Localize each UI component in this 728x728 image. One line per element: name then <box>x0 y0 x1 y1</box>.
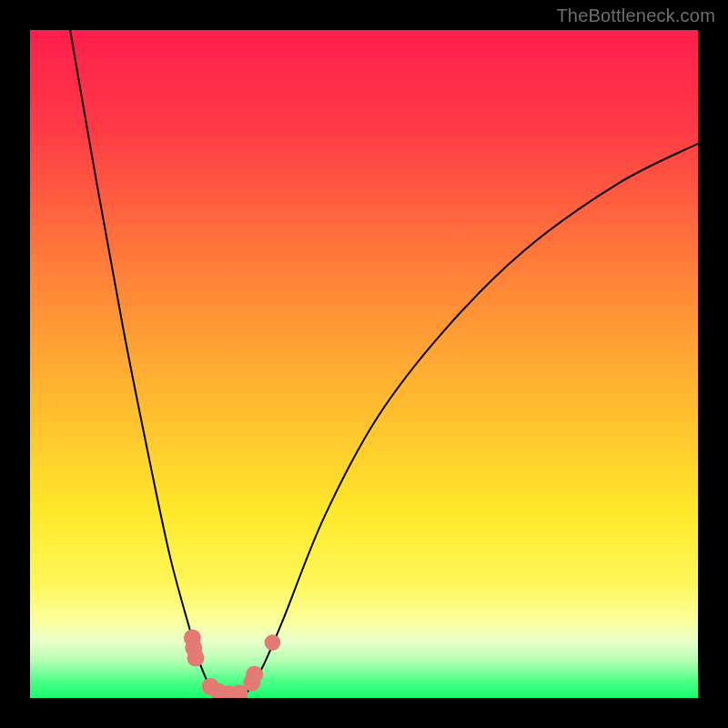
chart-svg <box>30 30 698 698</box>
watermark-text: TheBottleneck.com <box>556 5 715 26</box>
outer-frame: TheBottleneck.com <box>0 0 728 728</box>
chart-plot-area <box>30 30 698 698</box>
data-marker <box>265 634 281 651</box>
data-marker <box>187 649 204 666</box>
data-marker <box>246 666 263 683</box>
